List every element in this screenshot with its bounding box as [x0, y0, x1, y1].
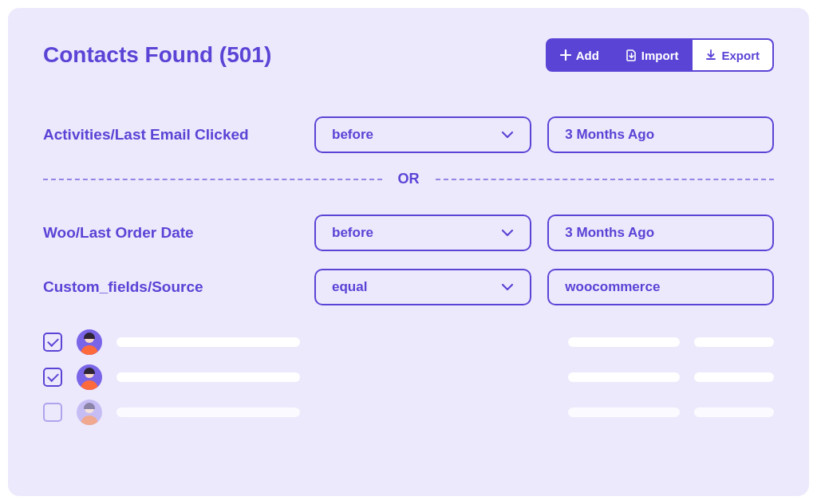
col-placeholder [694, 408, 774, 417]
filter-value: 3 Months Ago [565, 127, 654, 143]
name-placeholder [116, 337, 300, 347]
import-label: Import [641, 49, 679, 62]
filter-value: 3 Months Ago [565, 225, 654, 241]
filter-row: Activities/Last Email Clicked before 3 M… [43, 116, 774, 153]
operator-value: before [332, 127, 373, 143]
filter-operator-select[interactable]: before [314, 215, 531, 251]
filter-field-label: Custom_fields/Source [43, 278, 298, 296]
add-button[interactable]: Add [546, 38, 613, 72]
contacts-panel: Contacts Found (501) Add Import Export [8, 8, 809, 496]
filter-row: Woo/Last Order Date before 3 Months Ago [43, 215, 774, 251]
filter-operator-select[interactable]: before [314, 116, 531, 153]
chevron-down-icon [501, 131, 514, 139]
avatar [77, 329, 102, 355]
contact-list [43, 329, 774, 425]
chevron-down-icon [501, 229, 514, 237]
filter-row: Custom_fields/Source equal woocommerce [43, 269, 774, 305]
separator-label: OR [392, 171, 426, 187]
list-item [43, 400, 774, 425]
filter-operator-select[interactable]: equal [314, 269, 531, 305]
or-separator: OR [43, 171, 774, 187]
col-placeholder [568, 372, 680, 382]
col-placeholder [568, 408, 680, 417]
header-actions: Add Import Export [546, 38, 774, 72]
row-checkbox[interactable] [43, 368, 62, 387]
list-item [43, 329, 774, 355]
filter-value-input[interactable]: woocommerce [547, 269, 774, 305]
row-checkbox[interactable] [43, 333, 62, 352]
import-button[interactable]: Import [613, 38, 693, 72]
separator-line [43, 179, 382, 180]
avatar [77, 364, 102, 390]
download-icon [705, 49, 716, 61]
col-placeholder [568, 337, 680, 347]
add-label: Add [576, 49, 599, 62]
separator-line [436, 179, 775, 180]
col-placeholder [694, 337, 774, 347]
col-placeholder [694, 372, 774, 382]
filter-value: woocommerce [565, 279, 660, 295]
plus-icon [560, 49, 571, 61]
page-title: Contacts Found (501) [43, 42, 271, 68]
name-placeholder [116, 372, 300, 382]
filter-value-input[interactable]: 3 Months Ago [547, 215, 774, 251]
list-item [43, 364, 774, 390]
filter-field-label: Woo/Last Order Date [43, 224, 298, 242]
file-import-icon [626, 49, 637, 61]
chevron-down-icon [501, 283, 514, 291]
operator-value: before [332, 225, 373, 241]
panel-header: Contacts Found (501) Add Import Export [43, 38, 774, 72]
operator-value: equal [332, 279, 367, 295]
avatar [77, 400, 102, 425]
filter-value-input[interactable]: 3 Months Ago [547, 116, 774, 153]
filter-field-label: Activities/Last Email Clicked [43, 126, 298, 144]
export-label: Export [721, 49, 760, 62]
name-placeholder [116, 408, 300, 417]
row-checkbox[interactable] [43, 403, 62, 422]
export-button[interactable]: Export [692, 38, 774, 72]
